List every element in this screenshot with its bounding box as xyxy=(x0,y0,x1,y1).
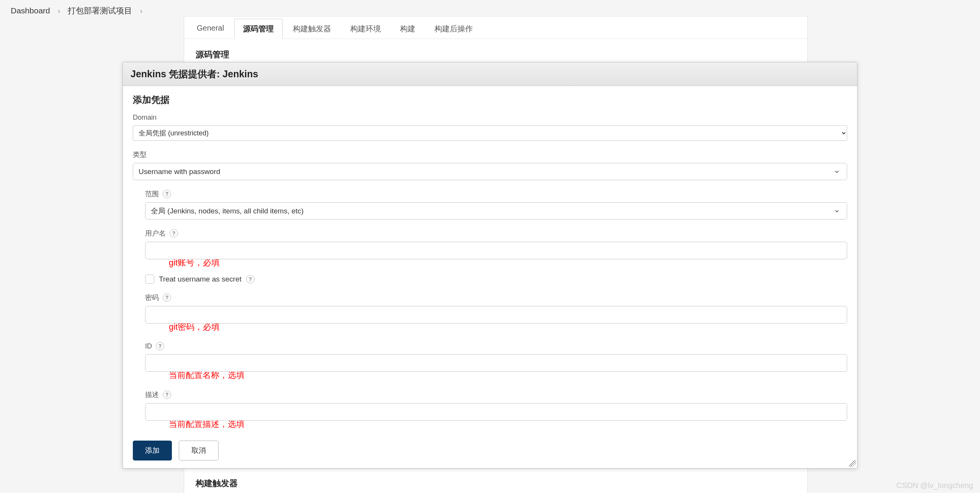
tab-build[interactable]: 构建 xyxy=(391,19,424,39)
scope-label: 范围 xyxy=(145,189,159,199)
description-group: 描述 ? 当前配置描述，选填 xyxy=(145,390,847,430)
help-icon[interactable]: ? xyxy=(163,190,171,198)
treat-secret-checkbox[interactable] xyxy=(145,275,154,284)
help-icon[interactable]: ? xyxy=(246,275,255,283)
password-group: 密码 ? git密码，必填 xyxy=(145,293,847,333)
add-credentials-modal: Jenkins 凭据提供者: Jenkins 添加凭据 Domain 全局凭据 … xyxy=(122,62,858,469)
type-label: 类型 xyxy=(133,150,847,159)
help-icon[interactable]: ? xyxy=(163,390,171,399)
breadcrumb-project[interactable]: 打包部署测试项目 xyxy=(68,6,132,15)
domain-select[interactable]: 全局凭据 (unrestricted) xyxy=(133,125,847,141)
id-group: ID ? 当前配置名称，选填 xyxy=(145,342,847,381)
id-input[interactable] xyxy=(145,354,847,372)
breadcrumb-separator-icon: › xyxy=(58,6,60,15)
tab-post[interactable]: 构建后操作 xyxy=(426,19,482,39)
description-input[interactable] xyxy=(145,403,847,421)
modal-subtitle: 添加凭据 xyxy=(133,94,847,106)
watermark: CSDN @lv_longcheng xyxy=(897,481,973,490)
tab-triggers[interactable]: 构建触发器 xyxy=(284,19,340,39)
type-group: 类型 Username with password xyxy=(133,150,847,180)
username-input[interactable] xyxy=(145,242,847,259)
domain-group: Domain 全局凭据 (unrestricted) xyxy=(133,114,847,141)
breadcrumb-dashboard[interactable]: Dashboard xyxy=(11,6,50,15)
password-input[interactable] xyxy=(145,306,847,324)
help-icon[interactable]: ? xyxy=(156,342,164,350)
add-button[interactable]: 添加 xyxy=(133,441,172,460)
description-label: 描述 xyxy=(145,390,159,399)
modal-body: 添加凭据 Domain 全局凭据 (unrestricted) 类型 Usern… xyxy=(123,86,857,435)
domain-label: Domain xyxy=(133,114,847,122)
help-icon[interactable]: ? xyxy=(170,229,178,238)
section-title-scm: 源码管理 xyxy=(184,39,807,64)
modal-title: Jenkins 凭据提供者: Jenkins xyxy=(123,62,857,86)
cancel-button[interactable]: 取消 xyxy=(179,441,219,460)
tab-general[interactable]: General xyxy=(188,19,233,39)
resize-handle-icon[interactable] xyxy=(849,460,856,467)
username-label: 用户名 xyxy=(145,229,166,238)
treat-secret-label: Treat username as secret xyxy=(159,275,242,283)
modal-footer: 添加 取消 xyxy=(123,435,857,468)
tab-scm[interactable]: 源码管理 xyxy=(234,19,283,39)
help-icon[interactable]: ? xyxy=(163,293,171,302)
password-label: 密码 xyxy=(145,293,159,302)
scope-select[interactable]: 全局 (Jenkins, nodes, items, all child ite… xyxy=(145,202,847,220)
tab-env[interactable]: 构建环境 xyxy=(341,19,390,39)
id-label: ID xyxy=(145,342,152,350)
config-tabs: General 源码管理 构建触发器 构建环境 构建 构建后操作 xyxy=(184,16,807,39)
username-group: 用户名 ? git账号，必填 Treat username as secret … xyxy=(145,229,847,284)
type-select[interactable]: Username with password xyxy=(133,163,847,180)
scope-group: 范围 ? 全局 (Jenkins, nodes, items, all chil… xyxy=(145,189,847,220)
breadcrumb-separator-icon: › xyxy=(140,6,142,15)
